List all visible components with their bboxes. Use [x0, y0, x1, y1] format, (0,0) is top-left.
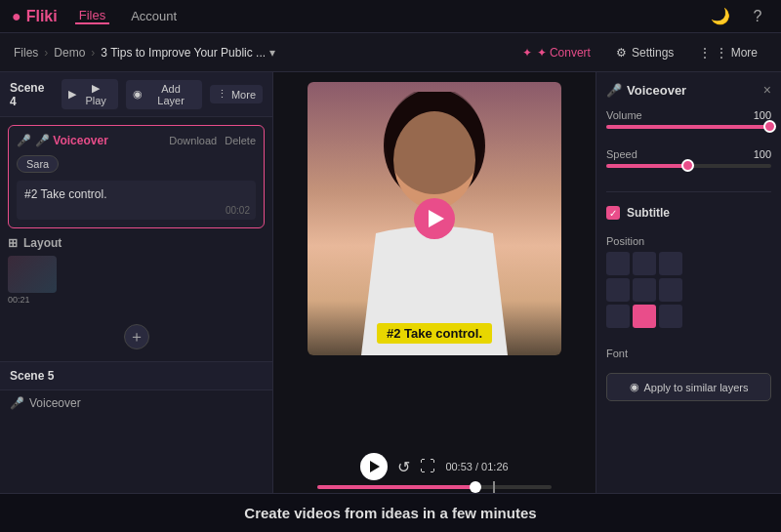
- speed-label: Speed: [606, 148, 637, 160]
- breadcrumb-bar: Files › Demo › 3 Tips to Improve Your Pu…: [0, 33, 781, 72]
- bottom-bar: Create videos from ideas in a few minute…: [0, 493, 781, 532]
- main-area: Scene 4 ▶ ▶ Play ◉ Add Layer ⋮ More 🎤 🎤 …: [0, 72, 781, 493]
- scene4-play-button[interactable]: ▶ ▶ Play: [62, 79, 118, 109]
- apply-label: Apply to similar layers: [644, 382, 749, 393]
- volume-thumb[interactable]: [763, 120, 776, 133]
- time-display: 00:53 / 01:26: [445, 461, 508, 472]
- divider-1: [606, 191, 771, 192]
- pos-cell-9[interactable]: [659, 305, 682, 328]
- pos-cell-6[interactable]: [659, 278, 682, 302]
- scene4-more-icon: ⋮: [217, 88, 227, 101]
- volume-row: Volume 100: [606, 109, 771, 121]
- volume-slider[interactable]: [606, 125, 771, 129]
- pos-cell-8[interactable]: [633, 305, 656, 328]
- progress-thumb[interactable]: [470, 481, 481, 493]
- nav-right-actions: 🌙 ?: [709, 5, 769, 28]
- panel-header: 🎤 Voiceover ×: [606, 82, 771, 98]
- subtitle-checkbox[interactable]: ✓: [606, 206, 620, 220]
- svg-point-3: [386, 92, 483, 194]
- pos-cell-2[interactable]: [633, 252, 656, 275]
- thumbnail-image: [8, 256, 57, 293]
- controls-row: ↺ ⛶ 00:53 / 01:26: [360, 453, 508, 480]
- help-button[interactable]: ?: [746, 5, 769, 28]
- voiceover-text: #2 Take control.: [24, 187, 107, 201]
- panel-mic-icon: 🎤: [606, 83, 622, 98]
- volume-section: Volume 100: [606, 109, 771, 139]
- scene5-title: Scene 5: [10, 369, 54, 383]
- pos-cell-3[interactable]: [659, 252, 682, 275]
- scene5-voiceover: 🎤 Voiceover: [0, 390, 272, 416]
- breadcrumb-title: 3 Tips to Improve Your Public ...: [101, 46, 266, 60]
- add-layer-button[interactable]: ◉ Add Layer: [126, 80, 202, 109]
- volume-fill: [606, 125, 771, 129]
- video-controls: ↺ ⛶ 00:53 / 01:26: [283, 447, 586, 493]
- scene5-mic-icon: 🎤: [10, 396, 24, 410]
- settings-button[interactable]: ⚙ Settings: [606, 41, 683, 64]
- position-section: Position: [606, 235, 771, 338]
- speed-thumb[interactable]: [681, 159, 694, 172]
- pos-cell-5[interactable]: [633, 278, 656, 302]
- delete-button[interactable]: Delete: [225, 135, 256, 146]
- breadcrumb-files[interactable]: Files: [14, 46, 38, 60]
- position-grid: [606, 252, 771, 328]
- apply-similar-button[interactable]: ◉ Apply to similar layers: [606, 373, 771, 401]
- more-icon: ⋮: [699, 46, 711, 60]
- pos-cell-7[interactable]: [606, 305, 630, 328]
- app-logo: ● Fliki: [12, 8, 58, 25]
- speed-section: Speed 100: [606, 148, 771, 178]
- progress-filled: [317, 485, 476, 489]
- video-play-overlay[interactable]: [414, 198, 455, 239]
- fullscreen-button[interactable]: ⛶: [420, 458, 435, 475]
- nav-tab-files[interactable]: Files: [75, 8, 109, 24]
- video-player: #2 Take control.: [308, 82, 561, 355]
- pos-cell-4[interactable]: [606, 278, 630, 302]
- speed-fill: [606, 164, 689, 168]
- top-navigation: ● Fliki Files Account 🌙 ?: [0, 0, 781, 33]
- layout-thumbnail[interactable]: [8, 256, 57, 293]
- tagline: Create videos from ideas in a few minute…: [244, 505, 536, 521]
- progress-bar[interactable]: [317, 485, 552, 489]
- layout-grid-icon: ⊞: [8, 236, 18, 250]
- check-icon: ✓: [609, 208, 617, 219]
- breadcrumb-current[interactable]: 3 Tips to Improve Your Public ... ▾: [101, 46, 275, 60]
- voice-tag[interactable]: Sara: [17, 155, 59, 173]
- font-section: Font: [606, 348, 771, 363]
- thumbnail-time: 00:21: [8, 295, 57, 305]
- play-pause-button[interactable]: [360, 453, 388, 480]
- breadcrumb-actions: ✦ ✦ Convert ⚙ Settings ⋮ ⋮ More: [513, 41, 767, 64]
- layout-section: ⊞ Layout 00:21: [8, 236, 265, 305]
- more-button[interactable]: ⋮ ⋮ More: [689, 41, 767, 64]
- settings-label: Settings: [632, 46, 674, 60]
- restart-button[interactable]: ↺: [397, 458, 410, 476]
- progress-marker: [493, 481, 495, 493]
- play-icon: ▶: [68, 88, 76, 101]
- voiceover-layer-card: 🎤 🎤 Voiceover Download Delete Sara #2 Ta…: [8, 125, 265, 228]
- subtitle-overlay: #2 Take control.: [377, 323, 492, 344]
- pos-cell-1[interactable]: [606, 252, 630, 275]
- layer-type-label: 🎤 🎤 Voiceover: [17, 134, 108, 147]
- nav-tab-account[interactable]: Account: [127, 9, 181, 23]
- breadcrumb-demo[interactable]: Demo: [54, 46, 85, 60]
- convert-button[interactable]: ✦ ✦ Convert: [513, 41, 600, 64]
- app-name: Fliki: [26, 8, 58, 25]
- scene4-more-button[interactable]: ⋮ More: [210, 85, 263, 103]
- voiceover-duration: 00:02: [226, 205, 250, 216]
- close-panel-button[interactable]: ×: [763, 82, 771, 98]
- speed-value: 100: [754, 148, 771, 160]
- download-button[interactable]: Download: [169, 135, 217, 146]
- add-layer-icon: ◉: [133, 88, 143, 101]
- breadcrumb-sep-2: ›: [91, 46, 95, 60]
- right-panel: 🎤 Voiceover × Volume 100 Speed 100: [596, 72, 781, 493]
- volume-label: Volume: [606, 109, 642, 121]
- dark-mode-toggle[interactable]: 🌙: [709, 5, 732, 28]
- breadcrumb-sep-1: ›: [44, 46, 48, 60]
- subtitle-label: Subtitle: [627, 206, 670, 220]
- add-scene-button[interactable]: ＋: [124, 324, 149, 349]
- scene4-title: Scene 4: [10, 81, 54, 108]
- convert-icon: ✦: [522, 46, 532, 60]
- voiceover-text-box[interactable]: #2 Take control. 00:02: [17, 181, 256, 220]
- speed-slider[interactable]: [606, 164, 771, 168]
- current-time: 00:53: [445, 461, 473, 472]
- play-icon: [370, 461, 380, 472]
- scene5-header: Scene 5: [0, 361, 272, 390]
